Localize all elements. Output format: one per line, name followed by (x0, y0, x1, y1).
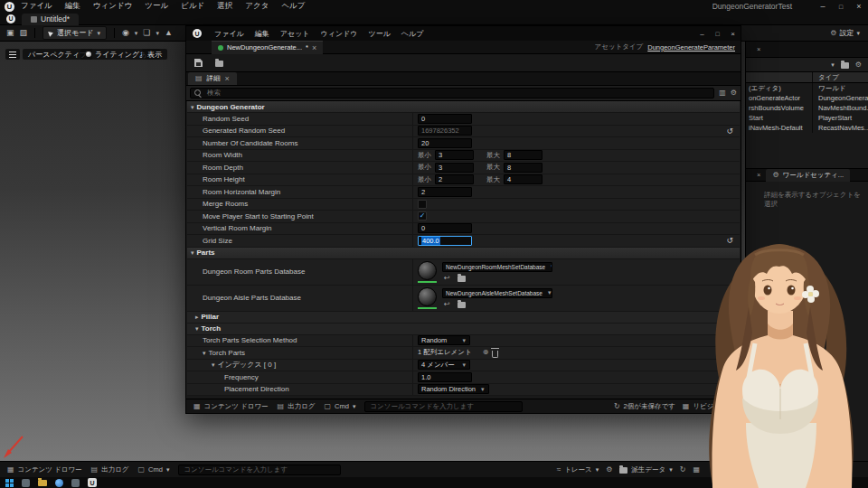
close-icon[interactable] (225, 74, 230, 83)
settings-button[interactable]: 設定 (830, 28, 862, 38)
reset-to-default-icon[interactable] (726, 127, 733, 135)
use-selected-asset-icon[interactable] (444, 300, 450, 308)
number-input-room-horizontal-margin[interactable]: 2 (418, 187, 472, 197)
search-input[interactable]: 検索 (190, 88, 714, 99)
category-row-parts[interactable]: Parts (187, 248, 740, 259)
viewport-menu-button[interactable] (5, 49, 20, 60)
menu-item[interactable]: ヘルプ (396, 29, 429, 39)
close-icon[interactable] (312, 43, 316, 52)
checkbox-move-player-start-to-starting-point[interactable] (418, 211, 427, 221)
task-view-icon[interactable] (22, 479, 30, 487)
menu-item[interactable]: 編集 (59, 1, 87, 12)
tab-details[interactable]: 詳細 (188, 72, 237, 85)
menu-item[interactable]: ビルド (175, 1, 211, 12)
menu-item[interactable]: アセット (275, 29, 316, 39)
add-actor-icon[interactable]: ◉ (122, 29, 129, 37)
dropdown-torch-parts-selection-method[interactable]: Random (418, 335, 470, 345)
unreal-editor-icon[interactable] (88, 478, 97, 487)
output-log-button[interactable]: 出力ログ (91, 465, 129, 474)
unreal-logo-icon[interactable] (6, 14, 15, 23)
content-drawer-button[interactable]: コンテンツ ドロワー (193, 402, 269, 411)
max-input-room-depth[interactable]: 8 (504, 163, 542, 173)
asset-dropdown-dungeon-room-parts-database[interactable]: NewDungeonRoomMeshSetDatabase (442, 262, 552, 272)
number-input-frequency[interactable]: 1.0 (418, 372, 472, 382)
cmd-dropdown[interactable]: Cmd (324, 402, 355, 410)
menu-item[interactable]: 編集 (250, 29, 275, 39)
number-input-number-of-candidate-rooms[interactable]: 20 (418, 138, 472, 148)
browse-icon[interactable]: ▨ (20, 29, 28, 37)
type-column-header[interactable]: タイプ (816, 73, 839, 82)
maximize-icon[interactable] (832, 0, 850, 13)
number-input-vertical-room-margin[interactable]: 0 (418, 223, 472, 233)
chevron-down-icon[interactable] (191, 249, 194, 256)
browser-icon[interactable] (55, 479, 63, 487)
unsaved-indicator[interactable]: 2個が未保存です (614, 402, 675, 411)
number-input-grid-size[interactable]: 400.0 (418, 236, 472, 246)
trace-dropdown[interactable]: トレース (557, 465, 599, 474)
tab-world-settings[interactable]: ワールドセッティ... (766, 169, 850, 182)
menu-item[interactable]: ファイル (209, 29, 250, 39)
checkbox-merge-rooms[interactable] (418, 200, 427, 209)
output-log-button[interactable]: 出力ログ (278, 402, 316, 411)
close-icon[interactable] (850, 0, 868, 13)
start-menu-icon[interactable] (5, 479, 14, 487)
minimize-icon[interactable] (694, 26, 710, 41)
outliner-row[interactable]: iNavMesh-DefaultRecastNavMes... (746, 123, 868, 133)
outliner-row[interactable]: StartPlayerStart (746, 113, 868, 123)
asset-editor-title-bar[interactable]: ファイル編集アセットウィンドウツールヘルプ (186, 26, 741, 41)
category-row-pillar[interactable]: Pillar (187, 312, 740, 324)
max-input-room-height[interactable]: 4 (504, 174, 542, 184)
folder-icon[interactable] (841, 62, 849, 69)
close-icon[interactable] (757, 45, 760, 53)
asset-type-link[interactable]: DungeonGenerateParameter (647, 43, 735, 52)
chevron-right-icon[interactable] (195, 314, 199, 320)
browse-to-asset-icon[interactable] (458, 302, 466, 308)
outliner-row[interactable]: (エディタ)ワールド (746, 83, 868, 93)
maximize-icon[interactable] (710, 26, 725, 41)
asset-thumbnail[interactable] (418, 261, 437, 283)
gear-icon[interactable] (731, 89, 737, 97)
chevron-down-icon[interactable] (203, 350, 206, 356)
gear-icon[interactable] (855, 61, 862, 69)
number-input-random-seed[interactable]: 0 (418, 114, 472, 124)
refresh-icon[interactable] (680, 466, 686, 474)
chevron-down-icon[interactable] (191, 104, 194, 110)
filter-icon[interactable]: ▥ (719, 89, 726, 97)
browse-to-asset-icon[interactable] (215, 61, 223, 67)
close-icon[interactable] (757, 171, 760, 179)
gear-icon[interactable] (606, 466, 612, 474)
cmd-dropdown[interactable]: Cmd (137, 465, 169, 474)
chevron-down-icon[interactable] (831, 61, 835, 68)
min-input-room-height[interactable]: 2 (435, 174, 474, 184)
app-icon[interactable] (71, 479, 80, 487)
content-drawer-button[interactable]: コンテンツ ドロワー (7, 465, 82, 474)
chevron-down-icon[interactable] (212, 361, 215, 368)
use-selected-asset-icon[interactable] (444, 274, 450, 282)
menu-item[interactable]: ファイル (14, 1, 59, 12)
minimize-icon[interactable] (814, 0, 832, 13)
menu-item[interactable]: 選択 (211, 1, 239, 12)
save-icon[interactable] (194, 59, 203, 67)
menu-item[interactable]: アクタ (239, 1, 275, 12)
max-input-room-width[interactable]: 8 (504, 150, 542, 160)
derived-data-dropdown[interactable]: 派生データ (619, 465, 672, 474)
asset-tab[interactable]: NewDungeonGenerate... * (212, 41, 323, 54)
chevron-down-icon[interactable] (195, 325, 199, 332)
add-element-icon[interactable] (483, 349, 489, 356)
asset-thumbnail[interactable] (418, 287, 437, 309)
file-explorer-icon[interactable] (38, 480, 47, 486)
select-mode-dropdown[interactable]: 選択モード (42, 26, 107, 40)
dropdown-torch-parts-index-0[interactable]: 4 メンバー (418, 360, 470, 370)
number-input-generated-random-seed[interactable]: 1697826352 (418, 126, 472, 136)
menu-item[interactable]: ツール (138, 1, 175, 12)
level-tab[interactable]: Untitled* (22, 14, 79, 25)
viewport-show-button[interactable]: 表示 (142, 49, 167, 60)
outliner-row[interactable]: rshBoundsVolumeNavMeshBound... (746, 103, 868, 113)
blueprints-icon[interactable]: ❏ (143, 29, 150, 37)
delete-elements-icon[interactable] (492, 351, 498, 358)
browse-to-asset-icon[interactable] (458, 276, 466, 282)
menu-item[interactable]: ツール (363, 29, 395, 39)
save-icon[interactable]: ▣ (6, 29, 14, 37)
category-row-dungeon-generator[interactable]: Dungeon Generator (187, 101, 740, 113)
console-input[interactable]: コンソールコマンドを入力します (364, 401, 523, 412)
